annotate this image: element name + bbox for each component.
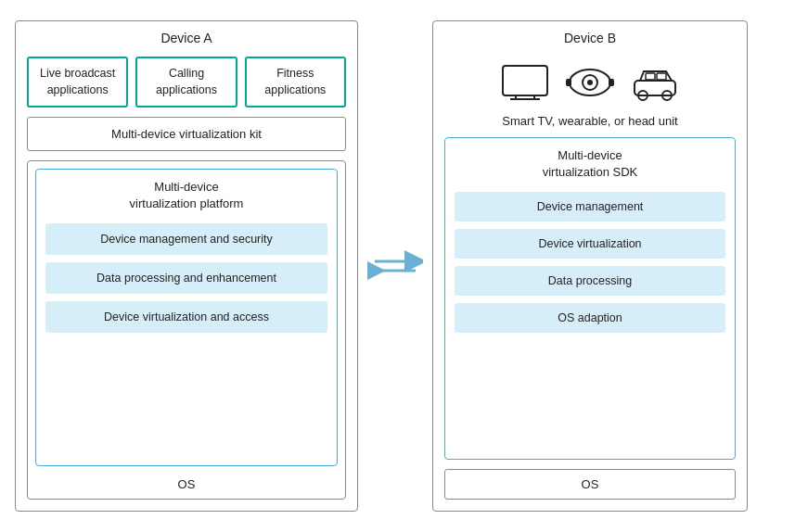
device-icons-row — [444, 57, 736, 105]
diagram-container: Device A Live broadcastapplications Call… — [0, 0, 795, 532]
sdk-device-virtualization: Device virtualization — [455, 229, 725, 259]
platform-title: Multi-devicevirtualization platform — [130, 179, 244, 212]
svg-rect-2 — [503, 66, 547, 95]
app-fitness: Fitnessapplications — [245, 57, 346, 108]
bidirectional-arrow — [367, 249, 423, 283]
device-b-panel: Device B — [432, 20, 748, 512]
svg-rect-13 — [646, 73, 655, 80]
platform-inner: Multi-devicevirtualization platform Devi… — [35, 169, 338, 466]
apps-row: Live broadcastapplications Callingapplic… — [27, 57, 346, 108]
platform-outer: Multi-devicevirtualization platform Devi… — [27, 160, 346, 500]
app-calling: Callingapplications — [135, 57, 237, 108]
device-b-title: Device B — [444, 31, 736, 45]
svg-point-7 — [587, 80, 593, 85]
device-a-os: OS — [35, 474, 338, 491]
camera-icon — [566, 64, 614, 101]
sdk-outer: Multi-devicevirtualization SDK Device ma… — [444, 137, 736, 460]
sdk-title: Multi-devicevirtualization SDK — [455, 147, 725, 181]
svg-rect-14 — [657, 73, 666, 80]
device-b-os: OS — [444, 469, 736, 500]
arrow-icon — [367, 249, 423, 283]
device-b-subtitle: Smart TV, wearable, or head unit — [444, 114, 736, 128]
tv-icon — [501, 64, 549, 101]
virtualization-kit: Multi-device virtualization kit — [27, 117, 346, 151]
device-a-panel: Device A Live broadcastapplications Call… — [15, 20, 358, 512]
app-live-broadcast: Live broadcastapplications — [27, 57, 128, 108]
svg-rect-8 — [566, 79, 571, 86]
sdk-os-adaption: OS adaption — [455, 303, 725, 333]
layer-device-management-security: Device management and security — [45, 223, 327, 255]
car-icon — [631, 64, 679, 101]
svg-rect-10 — [635, 81, 675, 95]
device-a-title: Device A — [27, 31, 346, 45]
sdk-device-management: Device management — [455, 192, 725, 222]
sdk-data-processing: Data processing — [455, 266, 725, 296]
svg-rect-9 — [609, 79, 614, 86]
layer-data-processing: Data processing and enhancement — [45, 262, 327, 294]
layer-device-virtualization-access: Device virtualization and access — [45, 301, 327, 333]
